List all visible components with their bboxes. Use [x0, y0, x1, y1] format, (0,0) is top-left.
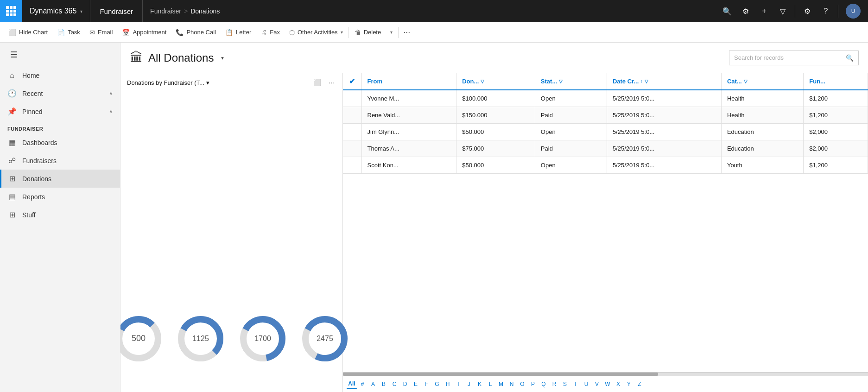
alpha-nav-q[interactable]: Q — [539, 379, 549, 389]
alpha-nav-x[interactable]: X — [613, 379, 623, 389]
other-activities-chevron-icon: ▾ — [341, 30, 343, 35]
more-button[interactable]: ··· — [399, 27, 414, 37]
table-row[interactable]: Rene Vald... $150.000 Paid 5/25/2019 5:0… — [343, 107, 868, 124]
delete-button[interactable]: 🗑 Delete — [350, 22, 386, 42]
search-box[interactable]: Search for records 🔍 — [729, 51, 859, 65]
row-fundraiser: $2,000 — [804, 140, 868, 157]
row-status: Paid — [535, 140, 607, 157]
col-date[interactable]: Date Cr... ↑ ▽ — [607, 73, 721, 90]
col-fundraiser[interactable]: Fun... — [804, 73, 868, 90]
col-category[interactable]: Cat... ▽ — [721, 73, 803, 90]
table-row[interactable]: Jim Glynn... $50.000 Open 5/25/2019 5:0.… — [343, 124, 868, 140]
row-check[interactable] — [343, 107, 361, 124]
sidebar-item-reports[interactable]: ▤ Reports — [0, 188, 120, 206]
col-check[interactable]: ✔ — [343, 73, 361, 90]
email-button[interactable]: ✉ Email — [85, 22, 118, 42]
page-title-chevron-icon[interactable]: ▾ — [221, 55, 224, 61]
chart-more-button[interactable]: ··· — [327, 78, 336, 87]
alpha-nav-s[interactable]: S — [560, 379, 570, 389]
row-check[interactable] — [343, 140, 361, 157]
module-label: Fundraiser — [100, 7, 133, 15]
alpha-nav-b[interactable]: B — [379, 379, 389, 389]
alpha-nav-u[interactable]: U — [581, 379, 591, 389]
fax-icon: 🖨 — [260, 29, 267, 36]
sidebar-item-stuff[interactable]: ⊞ Stuff — [0, 206, 120, 224]
alpha-nav-l[interactable]: L — [485, 379, 495, 389]
hamburger-button[interactable]: ☰ — [4, 44, 24, 65]
main-layout: ☰ ⌂ Home 🕐 Recent ∨ 📌 Pinned ∨ Fundraise… — [0, 43, 868, 392]
select-all-checkbox[interactable]: ✔ — [349, 77, 355, 86]
appointment-button[interactable]: 📅 Appointment — [117, 22, 171, 42]
alpha-nav-y[interactable]: Y — [624, 379, 634, 389]
alpha-nav-n[interactable]: N — [507, 379, 517, 389]
phone-call-button[interactable]: 📞 Phone Call — [171, 22, 221, 42]
chart-expand-button[interactable]: ⬜ — [311, 78, 323, 87]
donation-filter-icon[interactable]: ▽ — [481, 79, 484, 84]
alpha-nav-f[interactable]: F — [421, 379, 431, 389]
sidebar-item-recent[interactable]: 🕐 Recent ∨ — [0, 84, 120, 102]
breadcrumb-parent[interactable]: Fundraiser — [150, 7, 181, 15]
sidebar-item-fundraisers[interactable]: ☍ Fundraisers — [0, 152, 120, 170]
row-check[interactable] — [343, 124, 361, 140]
alpha-nav-all[interactable]: All — [347, 379, 357, 389]
help-icon[interactable]: ? — [817, 3, 834, 19]
alpha-nav-o[interactable]: O — [517, 379, 527, 389]
waffle-button[interactable] — [0, 0, 22, 22]
row-check[interactable] — [343, 157, 361, 174]
sidebar-item-pinned[interactable]: 📌 Pinned ∨ — [0, 102, 120, 120]
settings-ring-icon[interactable]: ⚙ — [737, 3, 754, 19]
alpha-nav-k[interactable]: K — [475, 379, 485, 389]
table-row[interactable]: Thomas A... $75.000 Paid 5/25/2019 5:0..… — [343, 140, 868, 157]
filter-icon[interactable]: ▽ — [774, 3, 791, 19]
delete-label: Delete — [364, 29, 381, 36]
other-activities-button[interactable]: ⬡ Other Activities ▾ — [285, 22, 348, 42]
letter-button[interactable]: 📋 Letter — [221, 22, 256, 42]
user-avatar[interactable]: U — [846, 4, 861, 19]
alpha-nav-g[interactable]: G — [432, 379, 442, 389]
alpha-nav-w[interactable]: W — [602, 379, 613, 389]
alpha-nav-#[interactable]: # — [357, 379, 367, 389]
alpha-nav-v[interactable]: V — [592, 379, 602, 389]
delete-chevron-button[interactable]: ▾ — [386, 22, 397, 42]
task-button[interactable]: 📄 Task — [52, 22, 85, 42]
sidebar-item-dashboards[interactable]: ▦ Dashboards — [0, 133, 120, 152]
hide-chart-button[interactable]: ⬜ Hide Chart — [4, 22, 52, 42]
alpha-nav-m[interactable]: M — [496, 379, 506, 389]
chart-title-chevron-icon[interactable]: ▾ — [206, 79, 209, 86]
alpha-nav-r[interactable]: R — [549, 379, 559, 389]
date-filter-icon[interactable]: ▽ — [645, 79, 648, 84]
fax-button[interactable]: 🖨 Fax — [256, 22, 285, 42]
status-filter-icon[interactable]: ▽ — [559, 79, 563, 84]
search-icon[interactable]: 🔍 — [719, 3, 735, 19]
alpha-nav-i[interactable]: I — [453, 379, 463, 389]
col-status[interactable]: Stat... ▽ — [535, 73, 607, 90]
table-row[interactable]: Yvonne M... $100.000 Open 5/25/2019 5:0.… — [343, 90, 868, 107]
category-filter-icon[interactable]: ▽ — [744, 79, 748, 84]
donations-icon: ⊞ — [7, 174, 17, 183]
alpha-nav-c[interactable]: C — [389, 379, 399, 389]
row-check[interactable] — [343, 90, 361, 107]
app-brand[interactable]: Dynamics 365 ▾ — [22, 0, 90, 22]
date-sort-icon[interactable]: ↑ — [640, 79, 643, 84]
table-wrap[interactable]: ✔ From Don... — [343, 73, 868, 372]
alpha-nav-p[interactable]: P — [528, 379, 538, 389]
search-magnifier-icon[interactable]: 🔍 — [846, 54, 854, 62]
col-donation[interactable]: Don... ▽ — [456, 73, 535, 90]
pinned-chevron-icon: ∨ — [109, 109, 113, 114]
alpha-nav-t[interactable]: T — [570, 379, 581, 389]
row-status: Paid — [535, 107, 607, 124]
module-button[interactable]: Fundraiser — [90, 0, 143, 22]
add-icon[interactable]: + — [756, 3, 773, 19]
alpha-nav-j[interactable]: J — [464, 379, 474, 389]
col-from[interactable]: From — [361, 73, 456, 90]
table-scrollbar[interactable] — [343, 372, 868, 376]
gear-icon[interactable]: ⚙ — [799, 3, 816, 19]
alpha-nav-e[interactable]: E — [411, 379, 421, 389]
table-row[interactable]: Scott Kon... $50.000 Open 5/25/2019 5:0.… — [343, 157, 868, 174]
alpha-nav-h[interactable]: H — [443, 379, 453, 389]
alpha-nav-z[interactable]: Z — [634, 379, 645, 389]
sidebar-item-home[interactable]: ⌂ Home — [0, 67, 120, 84]
alpha-nav-a[interactable]: A — [368, 379, 378, 389]
sidebar-item-donations[interactable]: ⊞ Donations — [0, 170, 120, 188]
alpha-nav-d[interactable]: D — [400, 379, 410, 389]
